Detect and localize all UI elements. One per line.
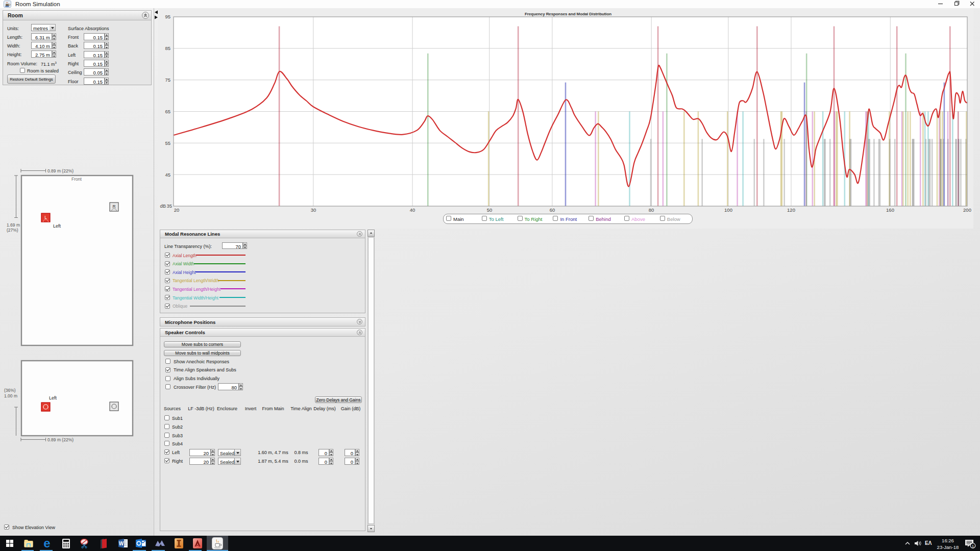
svg-text:75: 75 xyxy=(165,77,170,83)
svg-text:40: 40 xyxy=(410,207,415,213)
svg-text:20: 20 xyxy=(174,207,180,213)
svg-text:80: 80 xyxy=(649,207,654,213)
svg-text:1.69 m: 1.69 m xyxy=(7,222,20,228)
svg-text:Left: Left xyxy=(53,223,61,229)
svg-text:60: 60 xyxy=(550,207,555,213)
svg-text:0.89 m (22%): 0.89 m (22%) xyxy=(47,168,74,173)
svg-text:Frequency Responses and Modal: Frequency Responses and Modal Distributi… xyxy=(525,12,611,16)
svg-text:30: 30 xyxy=(311,207,316,213)
svg-text:100: 100 xyxy=(724,207,732,213)
svg-text:120: 120 xyxy=(787,207,795,213)
svg-text:Front: Front xyxy=(71,177,82,182)
svg-text:95: 95 xyxy=(165,14,170,19)
svg-text:1.00 m: 1.00 m xyxy=(4,393,17,398)
svg-text:(36%): (36%) xyxy=(4,388,16,393)
svg-text:35: 35 xyxy=(166,203,172,209)
svg-text:Left: Left xyxy=(49,395,57,400)
svg-text:160: 160 xyxy=(886,207,894,213)
svg-text:85: 85 xyxy=(165,45,170,51)
svg-text:65: 65 xyxy=(165,109,170,114)
svg-text:0.89 m (22%): 0.89 m (22%) xyxy=(47,437,74,442)
svg-text:45: 45 xyxy=(165,172,170,178)
svg-text:50: 50 xyxy=(487,207,493,213)
svg-text:55: 55 xyxy=(165,140,170,146)
svg-text:1: 1 xyxy=(972,544,974,548)
svg-text:(27%): (27%) xyxy=(7,228,18,233)
svg-text:W: W xyxy=(119,541,124,546)
svg-text:200: 200 xyxy=(963,207,971,213)
svg-text:dB: dB xyxy=(160,203,166,209)
svg-text:L: L xyxy=(44,215,47,220)
